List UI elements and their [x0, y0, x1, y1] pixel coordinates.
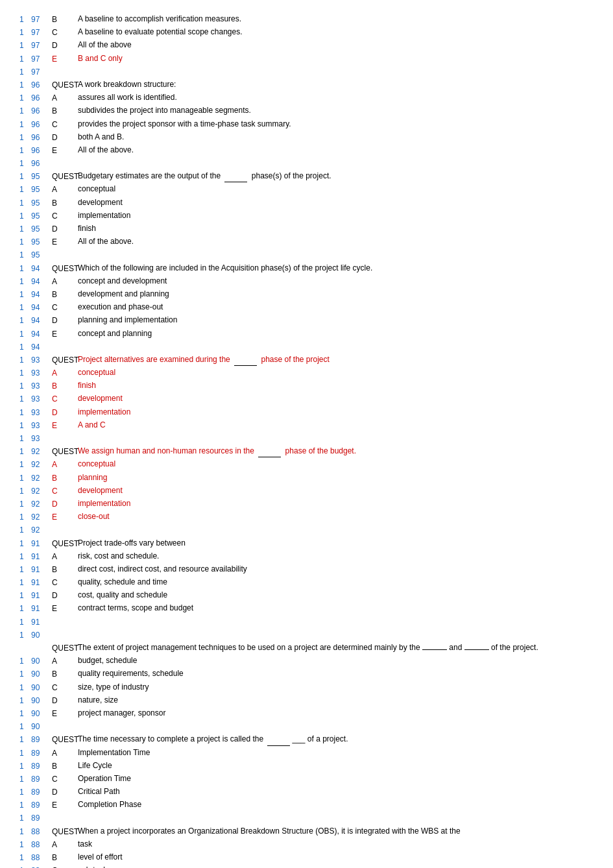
table-row: 1 95 A conceptual	[19, 183, 594, 196]
col-number: 95	[31, 210, 52, 223]
col-letter: A	[52, 655, 78, 668]
table-row: 1 88 QUEST When a project incorporates a…	[19, 825, 594, 838]
col-text: assures all work is identified.	[78, 91, 594, 104]
col-index: 1	[19, 367, 31, 380]
col-index: 1	[19, 576, 31, 589]
col-letter: D	[52, 694, 78, 707]
table-row: 1 95	[19, 248, 594, 261]
col-number: 92	[31, 498, 52, 511]
col-text: budget, schedule	[78, 655, 594, 667]
col-number: 93	[31, 380, 52, 392]
table-row: 1 93	[19, 432, 594, 445]
col-number: 96	[31, 91, 52, 104]
col-number: 90	[31, 681, 52, 694]
col-letter: B	[52, 197, 78, 210]
table-row: 1 91 E contract terms, scope and budget	[19, 602, 594, 615]
col-letter: E	[52, 235, 78, 248]
col-index: 1	[19, 39, 31, 52]
table-row: 1 88 B level of effort	[19, 851, 594, 864]
col-text: A baseline to evaluate potential scope c…	[78, 26, 594, 38]
col-text: Completion Phase	[78, 799, 594, 811]
col-text: subdivides the project into manageable s…	[78, 104, 594, 117]
page-container: 1 97 B A baseline to accomplish verifica…	[19, 13, 594, 868]
col-index: 1	[19, 773, 31, 786]
table-row: 1 96 D both A and B.	[19, 131, 594, 144]
col-text: planning	[78, 472, 594, 484]
col-number: 92	[31, 472, 52, 485]
table-row: 1 97 B A baseline to accomplish verifica…	[19, 13, 594, 26]
table-row: 1 91 QUEST Project trade-offs vary betwe…	[19, 537, 594, 550]
col-text: Operation Time	[78, 773, 594, 785]
col-number: 95	[31, 223, 52, 235]
col-index: 1	[19, 210, 31, 223]
col-text: Life Cycle	[78, 760, 594, 772]
col-text: concept and planning	[78, 328, 594, 340]
col-index: 1	[19, 432, 31, 445]
col-number: 96	[31, 78, 52, 91]
col-index: 1	[19, 537, 31, 550]
col-number: 94	[31, 288, 52, 301]
col-number: 94	[31, 275, 52, 288]
col-text: All of the above.	[78, 235, 594, 248]
table-row: 1 89 B Life Cycle	[19, 760, 594, 773]
table-row: 1 92 C development	[19, 485, 594, 498]
col-index: 1	[19, 472, 31, 485]
col-index: 1	[19, 760, 31, 773]
col-text: implementation	[78, 210, 594, 222]
col-index: 1	[19, 838, 31, 851]
col-text: The extent of project management techniq…	[78, 642, 594, 654]
col-number: 95	[31, 183, 52, 196]
col-index: 1	[19, 104, 31, 117]
table-row: 1 90 D nature, size	[19, 694, 594, 707]
col-letter: E	[52, 511, 78, 524]
col-letter	[52, 720, 78, 721]
col-index: 1	[19, 248, 31, 261]
col-letter: D	[52, 406, 78, 419]
col-index: 1	[19, 668, 31, 681]
col-letter: B	[52, 380, 78, 392]
col-letter	[52, 341, 78, 341]
table-row: 1 95 D finish	[19, 223, 594, 235]
col-text: sub-task	[78, 864, 594, 868]
col-number: 91	[31, 537, 52, 550]
col-number: 88	[31, 838, 52, 851]
col-index: 1	[19, 629, 31, 642]
col-letter: B	[52, 288, 78, 301]
col-text: cost, quality and schedule	[78, 589, 594, 601]
col-number: 90	[31, 694, 52, 707]
col-text: quality requirements, schedule	[78, 668, 594, 680]
col-index: 1	[19, 170, 31, 183]
col-letter	[52, 432, 78, 433]
col-letter	[52, 157, 78, 158]
col-letter: D	[52, 786, 78, 799]
col-index: 1	[19, 288, 31, 301]
col-number: 97	[31, 13, 52, 26]
col-number: 92	[31, 511, 52, 524]
col-index: 1	[19, 341, 31, 354]
col-index: 1	[19, 183, 31, 196]
table-row: 1 97 C A baseline to evaluate potential …	[19, 26, 594, 39]
table-row: 1 96	[19, 157, 594, 170]
col-number: 88	[31, 851, 52, 864]
col-text: When a project incorporates an Organizat…	[78, 825, 594, 838]
table-row: 1 92 B planning	[19, 472, 594, 485]
col-number: 97	[31, 26, 52, 39]
col-text: We assign human and non-human resources …	[78, 445, 594, 457]
col-letter: A	[52, 367, 78, 380]
table-row: 1 90 E project manager, sponsor	[19, 707, 594, 720]
col-number: 91	[31, 602, 52, 615]
table-row: QUEST The extent of project management t…	[19, 642, 594, 655]
col-index: 1	[19, 26, 31, 39]
col-letter: A	[52, 458, 78, 471]
col-number: 89	[31, 747, 52, 760]
col-letter: C	[52, 773, 78, 786]
table-row: 1 91	[19, 616, 594, 629]
col-number: 91	[31, 563, 52, 576]
table-row: 1 96 E All of the above.	[19, 144, 594, 157]
col-text: Implementation Time	[78, 747, 594, 759]
col-number: 89	[31, 773, 52, 786]
table-row: 1 94 B development and planning	[19, 288, 594, 301]
col-index: 1	[19, 524, 31, 536]
table-row: 1 89 D Critical Path	[19, 786, 594, 799]
col-number: 90	[31, 707, 52, 720]
